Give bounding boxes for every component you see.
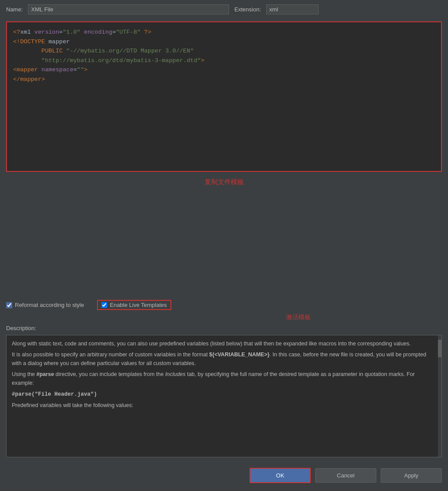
copy-template-label: 复制文件模板 [0, 174, 448, 189]
checkboxes-row: Reformat according to style Enable Live … [0, 296, 448, 313]
code-editor-wrapper: <?xml version="1.0" encoding="UTF-8" ?><… [6, 21, 442, 172]
description-label: Description: [0, 323, 448, 333]
enable-live-label: Enable Live Templates [110, 302, 167, 308]
description-box: Along with static text, code and comment… [6, 335, 442, 457]
header-row: Name: Extension: [0, 0, 448, 19]
ok-button[interactable]: OK [250, 468, 311, 483]
name-input[interactable] [28, 4, 229, 14]
horizontal-scrollbar[interactable] [6, 292, 442, 296]
enable-live-checkbox[interactable] [101, 302, 107, 308]
code-editor[interactable]: <?xml version="1.0" encoding="UTF-8" ?><… [7, 22, 441, 171]
activate-label: 激活模板 [149, 313, 448, 323]
extension-label: Extension: [234, 6, 261, 13]
footer-row: OK Cancel Apply [0, 462, 448, 491]
apply-button[interactable]: Apply [381, 468, 442, 483]
reformat-label: Reformat according to style [15, 302, 84, 308]
extension-input[interactable] [266, 4, 319, 14]
reformat-checkbox[interactable] [6, 302, 12, 308]
dialog: Name: Extension: <?xml version="1.0" enc… [0, 0, 448, 491]
cancel-button[interactable]: Cancel [315, 468, 376, 483]
reformat-checkbox-item: Reformat according to style [6, 302, 84, 308]
name-label: Name: [6, 6, 23, 13]
enable-live-wrapper: Enable Live Templates [97, 300, 171, 310]
